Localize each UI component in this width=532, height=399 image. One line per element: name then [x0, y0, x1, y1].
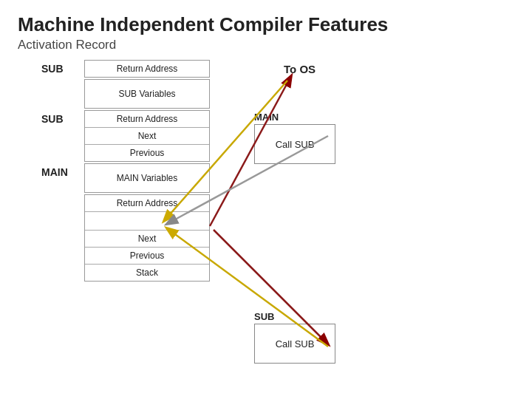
main-return-row: Return Address — [85, 195, 209, 212]
sub-call-sub-box: Call SUB — [254, 324, 335, 364]
main-previous-row: Previous — [85, 248, 209, 265]
sub-top-label: SUB — [41, 63, 64, 75]
main-next-row: Next — [85, 231, 209, 248]
sub-bottom-box: Return Address Next Previous — [84, 110, 210, 162]
sub-previous-row: Previous — [85, 145, 209, 161]
main-vars-box: MAIN Variables — [84, 163, 210, 193]
main-stack-row: Stack — [85, 265, 209, 281]
stack-column: SUB Return Address SUB Variables SUB Ret… — [84, 60, 247, 283]
slide-subtitle: Activation Record — [18, 38, 514, 52]
to-os-label: To OS — [284, 63, 316, 75]
main-call-sub-box: Call SUB — [254, 124, 335, 164]
main-blank-row — [85, 212, 209, 231]
slide-title: Machine Independent Compiler Features — [18, 13, 514, 36]
sub-call-label: SUB — [254, 311, 335, 322]
content-area: SUB Return Address SUB Variables SUB Ret… — [84, 60, 514, 283]
main-call-label: MAIN — [254, 112, 335, 123]
sub-vars-box: SUB Variables — [84, 79, 210, 109]
sub-return-row: Return Address — [85, 111, 209, 128]
sub-top-return-row: Return Address — [85, 61, 209, 77]
main-call-group: MAIN Call SUB — [254, 112, 335, 164]
sub-next-row: Next — [85, 128, 209, 145]
sub-vars-row: SUB Variables — [85, 80, 209, 108]
sub-top-return-box: Return Address — [84, 60, 210, 78]
main-label: MAIN — [41, 166, 68, 178]
slide: Machine Independent Compiler Features Ac… — [0, 0, 532, 399]
main-bottom-box: Return Address Next Previous Stack — [84, 194, 210, 282]
sub-call-group: SUB Call SUB — [254, 311, 335, 364]
main-vars-row: MAIN Variables — [85, 164, 209, 192]
sub-bottom-label: SUB — [41, 113, 64, 125]
